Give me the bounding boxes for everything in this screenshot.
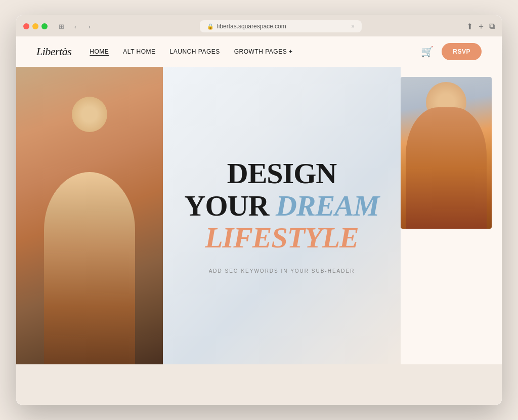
cart-icon[interactable]: 🛒 [421,46,434,58]
website-content: Libertàs HOME ALT HOME LAUNCH PAGES GROW… [16,36,502,405]
hero-subheader: ADD SEO KEYWORDS IN YOUR SUB-HEADER [209,268,355,274]
hero-photo-left [16,67,163,364]
browser-actions: ⬆ ＋ ⧉ [466,21,495,32]
logo[interactable]: Libertàs [36,45,71,58]
browser-window: ⊞ ‹ › 🔒 libertas.squarespace.com × ⬆ ＋ ⧉… [16,15,502,405]
hero-photo-right [401,67,502,364]
new-tab-icon[interactable]: ＋ [477,21,485,32]
tabs-icon[interactable]: ⧉ [489,22,495,31]
nav-link-launch-pages[interactable]: LAUNCH PAGES [170,48,220,55]
lock-icon: 🔒 [207,23,214,30]
hero-center-content: DESIGN YOUR DREAM LIFESTYLE ADD SEO KEYW… [163,67,401,364]
nav-right: 🛒 RSVP [421,43,482,60]
hero-line2-your: YOUR [185,189,276,222]
url-text: libertas.squarespace.com [217,23,286,30]
hero-section: DESIGN YOUR DREAM LIFESTYLE ADD SEO KEYW… [16,67,502,364]
browser-chrome: ⊞ ‹ › 🔒 libertas.squarespace.com × ⬆ ＋ ⧉ [16,15,502,36]
address-bar-wrapper: 🔒 libertas.squarespace.com × [100,20,461,32]
hero-line2: YOUR DREAM [185,190,379,222]
close-tab-button[interactable]: × [352,23,355,29]
hero-photo-right-image [401,77,492,229]
window-controls-icon[interactable]: ⊞ [56,21,67,32]
hero-line1: DESIGN [185,157,379,190]
hero-line3: LIFESTYLE [185,222,379,254]
browser-controls: ⊞ ‹ › [56,21,95,32]
hero-line2-dream: DREAM [276,189,379,222]
traffic-light-minimize[interactable] [32,23,38,29]
nav-link-alt-home[interactable]: ALT HOME [123,48,155,55]
forward-button[interactable]: › [84,21,95,32]
nav-links: HOME ALT HOME LAUNCH PAGES GROWTH PAGES … [90,48,421,55]
bottom-area [16,364,502,405]
address-bar[interactable]: 🔒 libertas.squarespace.com × [200,20,362,32]
navigation: Libertàs HOME ALT HOME LAUNCH PAGES GROW… [16,36,502,67]
back-button[interactable]: ‹ [70,21,81,32]
rsvp-button[interactable]: RSVP [442,43,482,60]
traffic-light-maximize[interactable] [41,23,48,29]
nav-link-home[interactable]: HOME [90,48,109,55]
traffic-lights [23,23,48,29]
hero-photo-left-image [16,67,163,364]
hero-title: DESIGN YOUR DREAM LIFESTYLE [185,157,379,254]
nav-link-growth-pages[interactable]: GROWTH PAGES + [234,48,293,55]
traffic-light-close[interactable] [23,23,29,29]
share-icon[interactable]: ⬆ [466,22,473,31]
